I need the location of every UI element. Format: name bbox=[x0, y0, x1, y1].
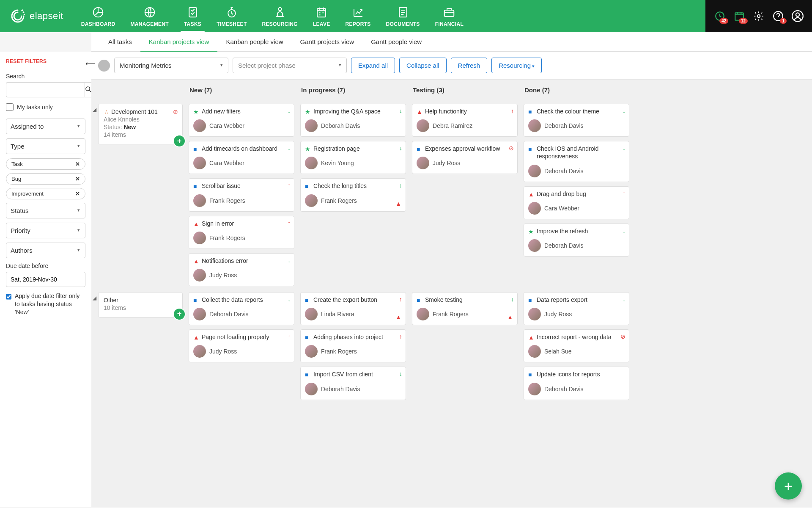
remove-chip-icon[interactable]: ✕ bbox=[75, 176, 80, 182]
task-card[interactable]: ■Scrollbar issue↑Frank Rogers bbox=[189, 178, 294, 211]
filter-status[interactable]: Status bbox=[6, 203, 85, 218]
due-date-input[interactable] bbox=[6, 272, 85, 287]
task-card[interactable]: ▲Page not loading properly↑Judy Ross bbox=[189, 329, 294, 362]
nav-management[interactable]: MANAGEMENT bbox=[123, 0, 176, 32]
task-card[interactable]: ▲Sign in error↑Frank Rogers bbox=[189, 216, 294, 249]
task-card[interactable]: ■Import CSV from client↓Deborah Davis bbox=[300, 367, 406, 400]
swimlane-card[interactable]: ◢⛬Development 101⊘Alice KnnolesStatus: N… bbox=[98, 104, 183, 144]
logo[interactable]: elapseit bbox=[0, 0, 74, 32]
task-card[interactable]: ▲Notifications error↓Judy Ross bbox=[189, 253, 294, 286]
nav-dashboard[interactable]: DASHBOARD bbox=[74, 0, 123, 32]
type-chip-improvement[interactable]: Improvement✕ bbox=[6, 188, 85, 199]
reset-filters-button[interactable]: RESET FILTERS bbox=[6, 58, 47, 64]
svg-point-13 bbox=[757, 15, 760, 18]
collapse-caret-icon[interactable]: ◢ bbox=[93, 295, 96, 301]
nav-timesheet[interactable]: TIMESHEET bbox=[209, 0, 254, 32]
add-task-button[interactable]: + bbox=[173, 308, 186, 320]
expand-all-button[interactable]: Expand all bbox=[351, 58, 395, 73]
nav-resourcing[interactable]: RESOURCING bbox=[255, 0, 305, 32]
assignee-name: Judy Ross bbox=[209, 348, 237, 355]
add-task-button[interactable]: + bbox=[173, 135, 186, 147]
priority-low-icon: ↓ bbox=[623, 296, 625, 303]
nav-tasks[interactable]: TASKS bbox=[176, 0, 209, 32]
task-card[interactable]: ▲Drag and drop bug↑Cara Webber bbox=[524, 186, 629, 219]
warning-icon: ▲ bbox=[507, 314, 513, 320]
project-select[interactable]: Monitoring Metrics bbox=[114, 58, 228, 73]
notifications-calendar-button[interactable]: 12 bbox=[733, 10, 745, 22]
my-tasks-checkbox[interactable]: My tasks only bbox=[6, 103, 85, 111]
phase-select[interactable]: Select project phase bbox=[233, 58, 347, 73]
task-card[interactable]: ■Smoke testing↓Frank Rogers▲ bbox=[412, 292, 518, 325]
priority-low-icon: ↓ bbox=[399, 145, 402, 152]
subnav-item[interactable]: Kanban people view bbox=[217, 32, 291, 51]
task-card[interactable]: ■Update icons for reportsDeborah Davis bbox=[524, 367, 629, 400]
task-card[interactable]: ▲Incorrect report - wrong data⊘Selah Sue bbox=[524, 329, 629, 362]
card-title: Check the long titles bbox=[313, 182, 401, 190]
notifications-clock-button[interactable]: 42 bbox=[714, 10, 726, 22]
remove-chip-icon[interactable]: ✕ bbox=[75, 190, 80, 197]
avatar bbox=[528, 345, 541, 358]
subnav-item[interactable]: All tasks bbox=[100, 32, 140, 51]
task-card[interactable]: ■Check the colour theme↓Deborah Davis bbox=[524, 104, 629, 137]
swimlane-card[interactable]: ◢Other10 items+ bbox=[98, 292, 183, 318]
type-chip-task[interactable]: Task✕ bbox=[6, 158, 85, 170]
svg-rect-10 bbox=[444, 10, 454, 17]
task-card[interactable]: ■Data reports export↓Judy Ross bbox=[524, 292, 629, 325]
priority-low-icon: ↓ bbox=[399, 108, 402, 114]
profile-button[interactable] bbox=[792, 10, 804, 22]
refresh-button[interactable]: Refresh bbox=[451, 58, 488, 73]
priority-low-icon: ↓ bbox=[623, 145, 625, 152]
remove-chip-icon[interactable]: ✕ bbox=[75, 161, 80, 167]
main: Monitoring Metrics Select project phase … bbox=[91, 52, 812, 507]
svg-rect-5 bbox=[189, 8, 197, 17]
task-card[interactable]: ★Improving the Q&A space↓Deborah Davis bbox=[300, 104, 406, 137]
search-button[interactable] bbox=[85, 82, 91, 97]
card-title: Help functionlity bbox=[425, 108, 513, 115]
filter-assigned-to[interactable]: Assigned to bbox=[6, 119, 85, 134]
avatar bbox=[528, 239, 541, 252]
task-card[interactable]: ■Adding phases into project↑Frank Rogers bbox=[300, 329, 406, 362]
due-date-scope-checkbox[interactable]: Apply due date filter only to tasks havi… bbox=[6, 292, 85, 316]
nav-documents[interactable]: DOCUMENTS bbox=[379, 0, 428, 32]
task-card[interactable]: ■Expenses approval workflow⊘Judy Ross bbox=[412, 141, 518, 174]
priority-low-icon: ↓ bbox=[288, 108, 291, 114]
subnav-item[interactable]: Gantt projects view bbox=[292, 32, 363, 51]
collapse-caret-icon[interactable]: ◢ bbox=[93, 107, 96, 113]
task-card[interactable]: ★Registration page↓Kevin Young bbox=[300, 141, 406, 174]
task-card[interactable]: ■Check IOS and Android responsiveness↓De… bbox=[524, 141, 629, 182]
settings-button[interactable] bbox=[753, 10, 765, 22]
swimlane-items-count: 10 items bbox=[104, 304, 177, 311]
task-card[interactable]: ▲Help functionlity↑Debra Ramirez bbox=[412, 104, 518, 137]
help-button[interactable]: 1 bbox=[772, 10, 784, 22]
search-input[interactable] bbox=[6, 82, 85, 97]
task-card[interactable]: ■Add timecards on dashboard↓Cara Webber bbox=[189, 141, 294, 174]
task-card[interactable]: ■Collect the data reports↓Deborah Davis bbox=[189, 292, 294, 325]
type-chip-bug[interactable]: Bug✕ bbox=[6, 173, 85, 185]
filter-priority[interactable]: Priority bbox=[6, 223, 85, 238]
nav-financial[interactable]: FINANCIAL bbox=[428, 0, 471, 32]
collapse-sidebar-icon[interactable]: ⟵ bbox=[85, 59, 91, 67]
calendar-badge: 12 bbox=[739, 18, 748, 24]
task-card[interactable]: ■Create the export button↑Linda Rivera▲ bbox=[300, 292, 406, 325]
assignee-name: Deborah Davis bbox=[321, 386, 360, 392]
board-scroll[interactable]: New (7)In progress (7)Testing (3)Done (7… bbox=[91, 80, 812, 507]
nav-leave[interactable]: LEAVE bbox=[305, 0, 338, 32]
project-avatar bbox=[98, 60, 110, 72]
task-card[interactable]: ★Improve the refresh↓Deborah Davis bbox=[524, 224, 629, 257]
filter-authors[interactable]: Authors bbox=[6, 243, 85, 258]
search-label: Search bbox=[6, 73, 85, 80]
task-card[interactable]: ■Check the long titles↓Frank Rogers▲ bbox=[300, 178, 406, 211]
resourcing-button[interactable]: Resourcing bbox=[491, 58, 542, 73]
priority-low-icon: ↓ bbox=[399, 370, 402, 377]
avatar bbox=[305, 119, 318, 132]
nav-reports[interactable]: REPORTS bbox=[338, 0, 379, 32]
add-task-fab[interactable]: + bbox=[775, 472, 802, 500]
collapse-all-button[interactable]: Collapse all bbox=[399, 58, 447, 73]
subnav-item[interactable]: Gantt people view bbox=[362, 32, 430, 51]
card-title: Sign in error bbox=[202, 220, 290, 227]
task-card[interactable]: ★Add new filters↓Cara Webber bbox=[189, 104, 294, 137]
subnav-item[interactable]: Kanban projects view bbox=[140, 32, 218, 51]
svg-line-2 bbox=[24, 14, 25, 15]
priority-high-icon: ↑ bbox=[511, 108, 514, 114]
filter-type[interactable]: Type bbox=[6, 138, 85, 154]
